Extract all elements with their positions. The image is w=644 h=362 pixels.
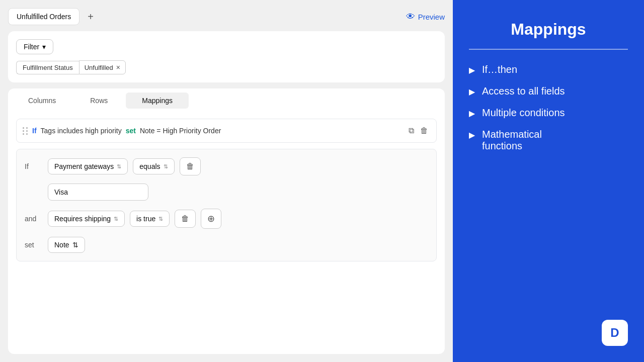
summary-actions: ⧉ 🗑 — [407, 124, 430, 137]
tab-columns[interactable]: Columns — [12, 93, 72, 109]
delete-if-line-button[interactable]: 🗑 — [180, 157, 201, 175]
expanded-rule: If Payment gateways ⇅ equals ⇅ 🗑 — [16, 149, 437, 261]
feature-access-fields: ▶ Access to all fields — [469, 85, 628, 97]
rule-set-line: set Note ⇅ — [25, 237, 428, 253]
rule-if-line: If Payment gateways ⇅ equals ⇅ 🗑 — [25, 157, 428, 175]
delete-and-line-button[interactable]: 🗑 — [175, 210, 196, 228]
rules-container: If Tags includes high priority set Note … — [8, 113, 445, 267]
view-tab-row: Columns Rows Mappings — [8, 88, 445, 113]
divider — [469, 49, 628, 50]
play-icon-1: ▶ — [469, 65, 475, 75]
feature-mathematical: ▶ Mathematicalfunctions — [469, 129, 628, 152]
delete-summary-button[interactable]: 🗑 — [418, 124, 430, 137]
play-icon-3: ▶ — [469, 109, 475, 118]
right-panel-title: Mappings — [469, 20, 628, 39]
tab-mappings[interactable]: Mappings — [126, 93, 189, 109]
operator1-select[interactable]: equals ⇅ — [133, 158, 174, 174]
feature-multiple-conditions: ▶ Multiple conditions — [469, 107, 628, 119]
summary-row: If Tags includes high priority set Note … — [16, 119, 437, 143]
filter-button-wrapper: Filter ▾ — [16, 39, 437, 54]
field1-chevron-icon: ⇅ — [117, 163, 121, 170]
filter-tag-value: Unfulfilled × — [79, 60, 126, 74]
operator1-chevron-icon: ⇅ — [164, 163, 168, 170]
summary-set-label: set — [126, 127, 136, 135]
filter-tag-close-icon[interactable]: × — [116, 63, 120, 71]
operator2-chevron-icon: ⇅ — [158, 216, 163, 222]
summary-condition-text: Tags includes high priority — [41, 127, 122, 135]
set-keyword: set — [25, 241, 43, 249]
eye-icon: 👁 — [406, 12, 415, 22]
d-logo: D — [602, 320, 628, 346]
copy-button[interactable]: ⧉ — [407, 124, 416, 137]
filter-tags: Fulfillment Status Unfulfilled × — [16, 60, 437, 74]
value1-input[interactable] — [48, 184, 148, 201]
mappings-section: Columns Rows Mappings If Tags includes h… — [8, 88, 445, 354]
rule-value-line — [25, 184, 428, 201]
if-keyword: If — [25, 162, 43, 170]
feature-if-then: ▶ If…then — [469, 64, 628, 75]
filter-chevron-icon: ▾ — [42, 43, 46, 51]
filter-tag-label: Fulfillment Status — [16, 61, 79, 74]
tab-rows[interactable]: Rows — [74, 93, 124, 109]
summary-action-text: Note = High Priority Order — [140, 127, 221, 135]
add-condition-button[interactable]: ⊕ — [201, 209, 221, 229]
right-panel: Mappings ▶ If…then ▶ Access to all field… — [453, 0, 644, 362]
play-icon-2: ▶ — [469, 87, 475, 97]
play-icon-4: ▶ — [469, 130, 475, 140]
tab-bar: Unfulfilled Orders + 👁 Preview — [8, 8, 445, 25]
field2-select[interactable]: Requires shipping ⇅ — [48, 211, 125, 227]
operator2-select[interactable]: is true ⇅ — [130, 211, 170, 227]
summary-if-label: If — [32, 127, 37, 135]
field2-chevron-icon: ⇅ — [114, 216, 118, 222]
and-keyword: and — [25, 215, 43, 223]
tab-unfulfilled-orders[interactable]: Unfulfilled Orders — [8, 8, 79, 25]
left-panel: Unfulfilled Orders + 👁 Preview Filter ▾ … — [0, 0, 453, 362]
preview-button[interactable]: 👁 Preview — [406, 12, 445, 22]
filter-section: Filter ▾ Fulfillment Status Unfulfilled … — [8, 31, 445, 82]
drag-handle[interactable] — [23, 127, 28, 135]
field1-select[interactable]: Payment gateways ⇅ — [48, 158, 128, 174]
filter-button[interactable]: Filter ▾ — [16, 39, 53, 54]
tab-add-button[interactable]: + — [84, 9, 98, 25]
field3-select[interactable]: Note ⇅ — [48, 237, 85, 253]
filter-label: Filter — [24, 43, 39, 51]
feature-list: ▶ If…then ▶ Access to all fields ▶ Multi… — [469, 64, 628, 152]
rule-and-line: and Requires shipping ⇅ is true ⇅ 🗑 ⊕ — [25, 209, 428, 229]
field3-chevron-icon: ⇅ — [72, 241, 78, 249]
